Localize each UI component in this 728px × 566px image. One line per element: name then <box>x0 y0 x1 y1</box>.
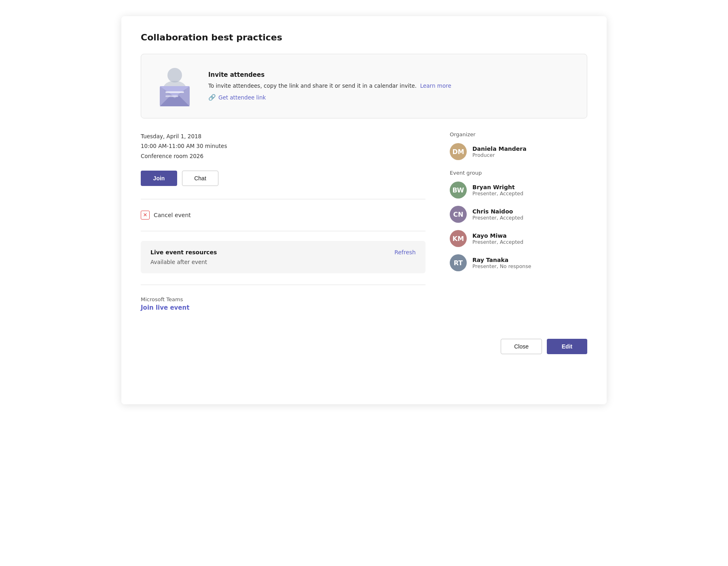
invite-illustration <box>152 64 197 108</box>
divider-2 <box>141 231 425 231</box>
member-row-ray: RT Ray Tanaka Presenter, No response <box>450 254 587 271</box>
bottom-buttons: Close Edit <box>141 331 587 354</box>
join-button[interactable]: Join <box>141 171 177 186</box>
member-role-ray: Presenter, No response <box>472 263 531 269</box>
cancel-x-icon: ✕ <box>141 211 150 220</box>
resources-subtitle: Available after event <box>150 259 416 265</box>
event-date: Tuesday, April 1, 2018 10:00 AM-11:00 AM… <box>141 131 425 161</box>
member-info-ray: Ray Tanaka Presenter, No response <box>472 257 531 269</box>
member-name-ray: Ray Tanaka <box>472 257 531 263</box>
cancel-event-label: Cancel event <box>154 212 191 218</box>
member-name-kayo: Kayo Miwa <box>472 232 523 239</box>
svg-rect-5 <box>165 91 184 93</box>
join-live-section: Microsoft Teams Join live event <box>141 296 425 311</box>
invite-heading: Invite attendees <box>208 71 451 78</box>
divider-3 <box>141 285 425 285</box>
learn-more-link[interactable]: Learn more <box>420 82 451 89</box>
member-role-bryan: Presenter, Accepted <box>472 190 523 196</box>
member-info-kayo: Kayo Miwa Presenter, Accepted <box>472 232 523 245</box>
invite-text: Invite attendees To invite attendees, co… <box>208 71 451 101</box>
member-row-chris: CN Chris Naidoo Presenter, Accepted <box>450 206 587 223</box>
main-content: Tuesday, April 1, 2018 10:00 AM-11:00 AM… <box>141 131 587 311</box>
action-buttons: Join Chat <box>141 171 425 186</box>
join-live-platform: Microsoft Teams <box>141 296 425 302</box>
organizer-info: Daniela Mandera Producer <box>472 146 527 158</box>
member-avatar-kayo: KM <box>450 230 467 247</box>
member-row: BW Bryan Wright Presenter, Accepted <box>450 182 587 199</box>
member-avatar-ray: RT <box>450 254 467 271</box>
event-modal: Collaboration best practices Invite atte… <box>121 16 607 404</box>
get-attendee-link[interactable]: 🔗 Get attendee link <box>208 94 451 101</box>
event-date-text: Tuesday, April 1, 2018 <box>141 131 425 141</box>
event-time-text: 10:00 AM-11:00 AM 30 minutes <box>141 141 425 151</box>
resources-card: Live event resources Refresh Available a… <box>141 241 425 273</box>
close-button[interactable]: Close <box>501 339 542 354</box>
refresh-link[interactable]: Refresh <box>394 249 416 256</box>
join-live-link[interactable]: Join live event <box>141 304 189 311</box>
right-panel: Organizer DM Daniela Mandera Producer Ev… <box>450 131 587 311</box>
member-row-kayo: KM Kayo Miwa Presenter, Accepted <box>450 230 587 247</box>
divider-1 <box>141 199 425 199</box>
organizer-role: Producer <box>472 152 527 158</box>
event-group-section: Event group BW Bryan Wright Presenter, A… <box>450 170 587 271</box>
left-panel: Tuesday, April 1, 2018 10:00 AM-11:00 AM… <box>141 131 425 311</box>
resources-header: Live event resources Refresh <box>150 249 416 256</box>
svg-point-0 <box>167 68 182 82</box>
organizer-name: Daniela Mandera <box>472 146 527 152</box>
event-group-label: Event group <box>450 170 587 176</box>
svg-rect-6 <box>165 95 178 97</box>
organizer-row: DM Daniela Mandera Producer <box>450 143 587 160</box>
edit-button[interactable]: Edit <box>547 339 587 354</box>
member-avatar-bryan: BW <box>450 182 467 199</box>
cancel-event-button[interactable]: ✕ Cancel event <box>141 207 425 223</box>
chat-button[interactable]: Chat <box>182 171 218 186</box>
resources-title: Live event resources <box>150 249 217 256</box>
member-avatar-chris: CN <box>450 206 467 223</box>
organizer-avatar: DM <box>450 143 467 160</box>
member-info-chris: Chris Naidoo Presenter, Accepted <box>472 208 523 221</box>
page-title: Collaboration best practices <box>141 32 587 42</box>
invite-description: To invite attendees, copy the link and s… <box>208 82 451 90</box>
member-role-chris: Presenter, Accepted <box>472 215 523 221</box>
member-info-bryan: Bryan Wright Presenter, Accepted <box>472 184 523 196</box>
member-role-kayo: Presenter, Accepted <box>472 239 523 245</box>
event-location-text: Conference room 2026 <box>141 151 425 161</box>
member-name-bryan: Bryan Wright <box>472 184 523 190</box>
organizer-label: Organizer <box>450 131 587 137</box>
link-icon: 🔗 <box>208 94 216 101</box>
invite-card: Invite attendees To invite attendees, co… <box>141 54 587 118</box>
member-name-chris: Chris Naidoo <box>472 208 523 215</box>
